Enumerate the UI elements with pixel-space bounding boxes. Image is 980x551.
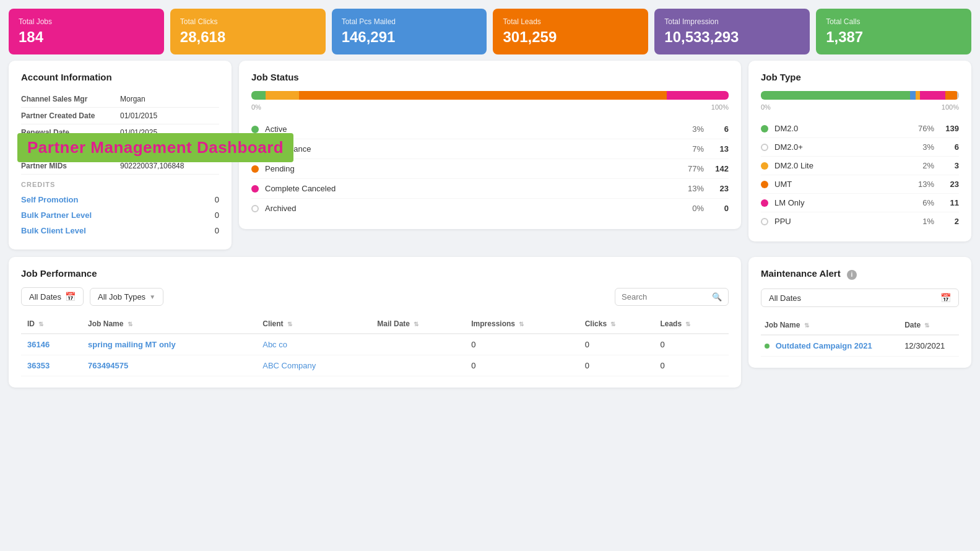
type-dot bbox=[761, 218, 768, 225]
status-pct: 7% bbox=[673, 144, 704, 154]
bulk-partner-level-value: 0 bbox=[215, 210, 219, 220]
maintenance-alert-title-text: Maintenance Alert bbox=[761, 268, 841, 279]
maint-col-job-name: Job Name ⇅ bbox=[761, 316, 901, 335]
status-pct: 13% bbox=[673, 184, 704, 193]
job-type-card: Job Type 0% 100% DM2.0 76% 139 DM2.0+ 3%… bbox=[748, 61, 971, 241]
row-impressions: 0 bbox=[465, 355, 578, 376]
job-performance-card: Job Performance All Dates 📅 All Job Type… bbox=[9, 257, 741, 388]
row-client[interactable]: Abc co bbox=[256, 334, 371, 355]
type-bar-labels: 0% 100% bbox=[761, 103, 959, 111]
job-types-filter[interactable]: All Job Types ▼ bbox=[90, 288, 163, 306]
col-id: ID ⇅ bbox=[21, 315, 82, 334]
job-performance-table: ID ⇅ Job Name ⇅ Client ⇅ Mail Date ⇅ Imp… bbox=[21, 315, 729, 376]
stat-label-total-leads: Total Leads bbox=[503, 17, 638, 26]
status-count: 0 bbox=[704, 204, 729, 213]
type-pct: 13% bbox=[903, 180, 934, 189]
job-type-title: Job Type bbox=[761, 72, 959, 82]
row-id[interactable]: 36353 bbox=[21, 355, 82, 376]
self-promotion-row: Self Promotion 0 bbox=[21, 192, 219, 207]
bottom-content: Job Performance All Dates 📅 All Job Type… bbox=[0, 257, 980, 396]
type-items-list: DM2.0 76% 139 DM2.0+ 3% 6 DM2.0 Lite 2% … bbox=[761, 119, 959, 230]
maint-row-job-name: Outdated Campaign 2021 bbox=[761, 335, 901, 357]
maintenance-tbody: Outdated Campaign 2021 12/30/2021 bbox=[761, 335, 959, 357]
status-bar bbox=[251, 91, 729, 100]
status-items-list: Active 3% 6 Maintenance 7% 13 Pending 77… bbox=[251, 119, 729, 218]
partner-mids-label: Partner MIDs bbox=[21, 162, 120, 170]
bulk-client-level-row: Bulk Client Level 0 bbox=[21, 223, 219, 238]
maint-row-date: 12/30/2021 bbox=[901, 335, 959, 357]
bulk-partner-level-row: Bulk Partner Level 0 bbox=[21, 207, 219, 223]
bulk-client-level-label: Bulk Client Level bbox=[21, 226, 215, 235]
status-count: 142 bbox=[704, 164, 729, 173]
maint-table-row: Outdated Campaign 2021 12/30/2021 bbox=[761, 335, 959, 357]
search-box: 🔍 bbox=[615, 288, 729, 306]
type-pct: 2% bbox=[903, 161, 934, 170]
stat-label-total-calls: Total Calls bbox=[826, 17, 961, 26]
type-name: DM2.0 Lite bbox=[774, 161, 903, 170]
type-dot bbox=[761, 199, 768, 207]
type-bar bbox=[761, 91, 959, 100]
row-id[interactable]: 36146 bbox=[21, 334, 82, 355]
info-icon[interactable]: i bbox=[847, 270, 857, 280]
status-name: Pending bbox=[265, 164, 673, 173]
stat-card-total-clicks: Total Clicks 28,618 bbox=[170, 9, 326, 54]
maintenance-alert-title: Maintenance Alert i bbox=[761, 268, 959, 280]
partner-management-banner: Partner Management Dashboard bbox=[17, 133, 293, 162]
type-name: DM2.0+ bbox=[774, 142, 903, 152]
type-count: 23 bbox=[934, 180, 959, 189]
center-panel: Job Status 0% 100% Active 3% 6 Maintenan… bbox=[239, 61, 741, 249]
self-promotion-value: 0 bbox=[215, 195, 219, 204]
type-dot bbox=[761, 181, 768, 188]
status-dot bbox=[251, 126, 259, 133]
partner-created-date-row: Partner Created Date 01/01/2015 bbox=[21, 108, 219, 124]
search-icon: 🔍 bbox=[712, 292, 722, 302]
maintenance-dates-filter[interactable]: All Dates 📅 bbox=[761, 289, 959, 307]
status-name: Complete Canceled bbox=[265, 184, 673, 193]
stat-card-total-impression: Total Impression 10,533,293 bbox=[654, 9, 810, 54]
sort-icon-maint-date: ⇅ bbox=[924, 322, 929, 329]
stat-card-total-calls: Total Calls 1,387 bbox=[816, 9, 971, 54]
maintenance-calendar-icon: 📅 bbox=[940, 293, 951, 303]
type-item: DM2.0+ 3% 6 bbox=[761, 138, 959, 157]
credits-header: CREDITS bbox=[21, 181, 219, 188]
status-item: Maintenance 7% 13 bbox=[251, 139, 729, 159]
col-impressions: Impressions ⇅ bbox=[465, 315, 578, 334]
sort-icon-maint-job-name: ⇅ bbox=[804, 322, 809, 329]
status-pct: 0% bbox=[673, 204, 704, 213]
type-item: DM2.0 76% 139 bbox=[761, 119, 959, 138]
dates-filter-label: All Dates bbox=[29, 292, 61, 302]
type-pct: 76% bbox=[903, 124, 934, 133]
status-count: 6 bbox=[704, 124, 729, 134]
type-bar-container: 0% 100% bbox=[761, 91, 959, 111]
status-dot bbox=[251, 165, 259, 173]
col-leads: Leads ⇅ bbox=[654, 315, 729, 334]
status-pct: 77% bbox=[673, 164, 704, 173]
row-client[interactable]: ABC Company bbox=[256, 355, 371, 376]
bulk-client-level-value: 0 bbox=[215, 226, 219, 235]
job-performance-section: Job Performance All Dates 📅 All Job Type… bbox=[9, 257, 741, 388]
stat-value-total-pcs-mailed: 146,291 bbox=[342, 28, 477, 46]
maint-job-name-text[interactable]: Outdated Campaign 2021 bbox=[776, 341, 872, 350]
partner-mids-value: 902220037,106848 bbox=[120, 162, 184, 170]
channel-sales-mgr-row: Channel Sales Mgr Morgan bbox=[21, 91, 219, 108]
maint-header-row: Job Name ⇅ Date ⇅ bbox=[761, 316, 959, 335]
row-leads: 0 bbox=[654, 334, 729, 355]
bulk-partner-level-label: Bulk Partner Level bbox=[21, 210, 215, 220]
row-mail-date bbox=[371, 355, 465, 376]
row-job-name[interactable]: 763494575 bbox=[82, 355, 256, 376]
row-job-name[interactable]: spring mailing MT only bbox=[82, 334, 256, 355]
col-client: Client ⇅ bbox=[256, 315, 371, 334]
row-leads: 0 bbox=[654, 355, 729, 376]
chevron-down-icon: ▼ bbox=[149, 293, 155, 300]
status-name: Maintenance bbox=[265, 144, 673, 154]
job-performance-tbody: 36146 spring mailing MT only Abc co 0 0 … bbox=[21, 334, 729, 376]
type-bar-label-left: 0% bbox=[761, 103, 771, 111]
status-dot bbox=[251, 205, 259, 212]
status-item: Complete Canceled 13% 23 bbox=[251, 179, 729, 199]
dates-filter[interactable]: All Dates 📅 bbox=[21, 287, 84, 306]
search-input[interactable] bbox=[622, 292, 708, 302]
maintenance-dates-label: All Dates bbox=[769, 293, 801, 303]
type-count: 11 bbox=[934, 198, 959, 207]
type-dot bbox=[761, 125, 768, 132]
table-row: 36146 spring mailing MT only Abc co 0 0 … bbox=[21, 334, 729, 355]
